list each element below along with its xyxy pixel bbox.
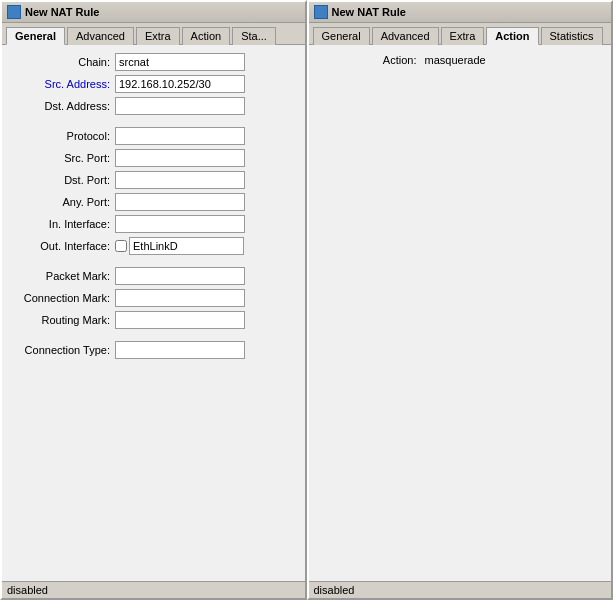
tabs-right: General Advanced Extra Action Statistics [309,23,612,45]
row-dst-port: Dst. Port: [10,171,297,189]
content-right: Action: masquerade [309,45,612,581]
tab-general-right[interactable]: General [313,27,370,45]
input-packet-mark[interactable] [115,267,245,285]
tabs-left: General Advanced Extra Action Sta... [2,23,305,45]
input-connection-mark[interactable] [115,289,245,307]
label-routing-mark: Routing Mark: [10,314,115,326]
statusbar-left: disabled [2,581,305,598]
tab-statistics-left[interactable]: Sta... [232,27,276,45]
row-out-interface: Out. Interface: [10,237,297,255]
label-out-interface: Out. Interface: [10,240,115,252]
label-in-interface: In. Interface: [10,218,115,230]
label-dst-address: Dst. Address: [10,100,115,112]
row-src-address: Src. Address: [10,75,297,93]
input-dst-address[interactable] [115,97,245,115]
label-connection-mark: Connection Mark: [10,292,115,304]
input-routing-mark[interactable] [115,311,245,329]
window-right: New NAT Rule General Advanced Extra Acti… [307,0,614,600]
label-protocol: Protocol: [10,130,115,142]
status-text-left: disabled [7,584,48,596]
tab-extra-left[interactable]: Extra [136,27,180,45]
input-any-port[interactable] [115,193,245,211]
value-action: masquerade [422,53,489,67]
tab-extra-right[interactable]: Extra [441,27,485,45]
label-connection-type: Connection Type: [10,344,115,356]
input-in-interface[interactable] [115,215,245,233]
row-dst-address: Dst. Address: [10,97,297,115]
window-left: New NAT Rule General Advanced Extra Acti… [0,0,307,600]
row-connection-type: Connection Type: [10,341,297,359]
tab-general-left[interactable]: General [6,27,65,45]
input-protocol[interactable] [115,127,245,145]
input-out-interface[interactable] [129,237,244,255]
input-src-address[interactable] [115,75,245,93]
input-dst-port[interactable] [115,171,245,189]
label-chain: Chain: [10,56,115,68]
label-any-port: Any. Port: [10,196,115,208]
statusbar-right: disabled [309,581,612,598]
label-src-address: Src. Address: [10,78,115,90]
row-packet-mark: Packet Mark: [10,267,297,285]
row-routing-mark: Routing Mark: [10,311,297,329]
row-any-port: Any. Port: [10,193,297,211]
label-src-port: Src. Port: [10,152,115,164]
input-chain[interactable] [115,53,245,71]
tab-advanced-left[interactable]: Advanced [67,27,134,45]
status-text-right: disabled [314,584,355,596]
row-chain: Chain: [10,53,297,71]
tab-statistics-right[interactable]: Statistics [541,27,603,45]
window-title-right: New NAT Rule [332,6,406,18]
window-title-left: New NAT Rule [25,6,99,18]
row-in-interface: In. Interface: [10,215,297,233]
tab-action-right[interactable]: Action [486,27,538,45]
row-protocol: Protocol: [10,127,297,145]
window-icon-left [7,5,21,19]
input-connection-type[interactable] [115,341,245,359]
row-action: Action: masquerade [317,53,604,67]
input-src-port[interactable] [115,149,245,167]
tab-action-left[interactable]: Action [182,27,231,45]
window-icon-right [314,5,328,19]
tab-advanced-right[interactable]: Advanced [372,27,439,45]
titlebar-left: New NAT Rule [2,2,305,23]
label-packet-mark: Packet Mark: [10,270,115,282]
content-left: Chain: Src. Address: Dst. Address: Proto… [2,45,305,581]
row-src-port: Src. Port: [10,149,297,167]
row-connection-mark: Connection Mark: [10,289,297,307]
out-interface-container [115,237,244,255]
label-dst-port: Dst. Port: [10,174,115,186]
titlebar-right: New NAT Rule [309,2,612,23]
out-interface-checkbox[interactable] [115,240,127,252]
label-action: Action: [317,54,422,66]
